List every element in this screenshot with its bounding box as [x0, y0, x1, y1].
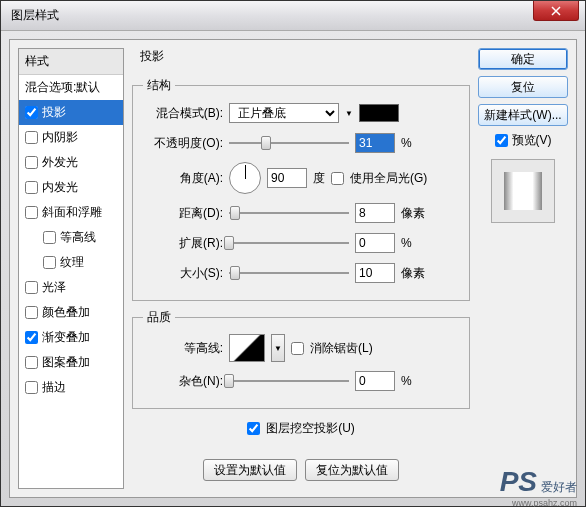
contour-dropdown[interactable]: ▼ [271, 334, 285, 362]
quality-group: 品质 等高线: ▼ 消除锯齿(L) 杂色(N): % [132, 309, 470, 409]
close-button[interactable] [533, 1, 579, 21]
sidebar-item-pattern-overlay[interactable]: 图案叠加 [19, 350, 123, 375]
checkbox-inner-shadow[interactable] [25, 131, 38, 144]
sidebar-blend-options[interactable]: 混合选项:默认 [19, 75, 123, 100]
sidebar-item-gradient-overlay[interactable]: 渐变叠加 [19, 325, 123, 350]
knockout-label: 图层挖空投影(U) [266, 420, 355, 437]
contour-label: 等高线: [143, 340, 223, 357]
chevron-down-icon: ▼ [345, 109, 353, 118]
checkbox-pattern-overlay[interactable] [25, 356, 38, 369]
spread-slider[interactable] [229, 235, 349, 251]
checkbox-outer-glow[interactable] [25, 156, 38, 169]
sidebar-item-texture[interactable]: 纹理 [19, 250, 123, 275]
sidebar-item-inner-shadow[interactable]: 内阴影 [19, 125, 123, 150]
contour-picker[interactable] [229, 334, 265, 362]
angle-label: 角度(A): [143, 170, 223, 187]
sidebar-item-satin[interactable]: 光泽 [19, 275, 123, 300]
spread-label: 扩展(R): [143, 235, 223, 252]
pixel-unit: 像素 [401, 205, 431, 222]
preview-checkbox[interactable] [495, 134, 508, 147]
shadow-color-swatch[interactable] [359, 104, 399, 122]
close-icon [551, 6, 561, 16]
content-area: 样式 混合选项:默认 投影 内阴影 外发光 内发光 斜面和浮雕 等高线 纹理 光… [9, 39, 577, 498]
sidebar-item-bevel[interactable]: 斜面和浮雕 [19, 200, 123, 225]
checkbox-inner-glow[interactable] [25, 181, 38, 194]
panel-title: 投影 [140, 48, 470, 65]
opacity-label: 不透明度(O): [143, 135, 223, 152]
angle-dial[interactable] [229, 162, 261, 194]
preview-label: 预览(V) [512, 132, 552, 149]
structure-legend: 结构 [143, 77, 175, 94]
watermark-url: www.psahz.com [512, 498, 577, 507]
opacity-input[interactable] [355, 133, 395, 153]
sidebar-item-contour[interactable]: 等高线 [19, 225, 123, 250]
sidebar-item-outer-glow[interactable]: 外发光 [19, 150, 123, 175]
knockout-checkbox[interactable] [247, 422, 260, 435]
spread-input[interactable] [355, 233, 395, 253]
percent-unit: % [401, 136, 431, 150]
checkbox-drop-shadow[interactable] [25, 106, 38, 119]
preview-swatch [491, 159, 555, 223]
new-style-button[interactable]: 新建样式(W)... [478, 104, 568, 126]
ok-button[interactable]: 确定 [478, 48, 568, 70]
checkbox-color-overlay[interactable] [25, 306, 38, 319]
blend-mode-label: 混合模式(B): [143, 105, 223, 122]
right-column: 确定 复位 新建样式(W)... 预览(V) [478, 48, 568, 489]
titlebar[interactable]: 图层样式 [1, 1, 585, 31]
layer-style-dialog: 图层样式 样式 混合选项:默认 投影 内阴影 外发光 内发光 斜面和浮雕 等高线… [0, 0, 586, 507]
percent-unit: % [401, 236, 431, 250]
quality-legend: 品质 [143, 309, 175, 326]
opacity-slider[interactable] [229, 135, 349, 151]
styles-sidebar: 样式 混合选项:默认 投影 内阴影 外发光 内发光 斜面和浮雕 等高线 纹理 光… [18, 48, 124, 489]
noise-label: 杂色(N): [143, 373, 223, 390]
distance-slider[interactable] [229, 205, 349, 221]
reset-default-button[interactable]: 复位为默认值 [305, 459, 399, 481]
percent-unit: % [401, 374, 431, 388]
global-light-checkbox[interactable] [331, 172, 344, 185]
size-label: 大小(S): [143, 265, 223, 282]
window-title: 图层样式 [11, 7, 59, 24]
size-input[interactable] [355, 263, 395, 283]
blend-mode-select[interactable]: 正片叠底 [229, 103, 339, 123]
sidebar-item-stroke[interactable]: 描边 [19, 375, 123, 400]
anti-alias-label: 消除锯齿(L) [310, 340, 373, 357]
noise-slider[interactable] [229, 373, 349, 389]
structure-group: 结构 混合模式(B): 正片叠底 ▼ 不透明度(O): % 角度(A): [132, 77, 470, 301]
checkbox-gradient-overlay[interactable] [25, 331, 38, 344]
checkbox-stroke[interactable] [25, 381, 38, 394]
distance-label: 距离(D): [143, 205, 223, 222]
cancel-button[interactable]: 复位 [478, 76, 568, 98]
size-slider[interactable] [229, 265, 349, 281]
anti-alias-checkbox[interactable] [291, 342, 304, 355]
noise-input[interactable] [355, 371, 395, 391]
main-panel: 投影 结构 混合模式(B): 正片叠底 ▼ 不透明度(O): % 角度(A): [132, 48, 470, 489]
pixel-unit: 像素 [401, 265, 431, 282]
set-default-button[interactable]: 设置为默认值 [203, 459, 297, 481]
sidebar-header: 样式 [19, 49, 123, 75]
checkbox-bevel[interactable] [25, 206, 38, 219]
preview-inner [504, 172, 542, 210]
sidebar-item-color-overlay[interactable]: 颜色叠加 [19, 300, 123, 325]
checkbox-satin[interactable] [25, 281, 38, 294]
angle-unit: 度 [313, 170, 325, 187]
sidebar-item-drop-shadow[interactable]: 投影 [19, 100, 123, 125]
checkbox-contour[interactable] [43, 231, 56, 244]
distance-input[interactable] [355, 203, 395, 223]
global-light-label: 使用全局光(G) [350, 170, 427, 187]
sidebar-item-inner-glow[interactable]: 内发光 [19, 175, 123, 200]
angle-input[interactable] [267, 168, 307, 188]
checkbox-texture[interactable] [43, 256, 56, 269]
